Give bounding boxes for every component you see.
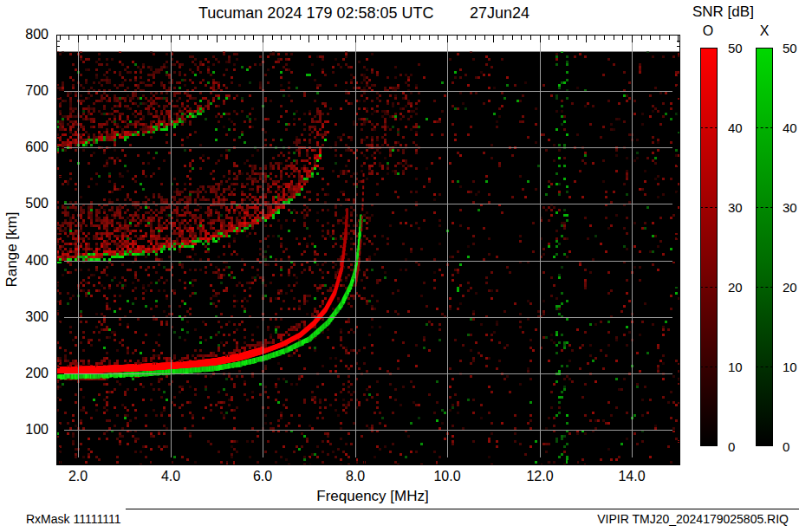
y-tick-label: 400 bbox=[14, 253, 49, 269]
colorbar-tick-dash bbox=[756, 287, 773, 288]
colorbar-tick-label: 0 bbox=[783, 439, 799, 454]
colorbar-tick-label: 40 bbox=[783, 120, 799, 135]
colorbar-tick-label: 30 bbox=[728, 200, 754, 215]
x-tick-label: 4.0 bbox=[152, 469, 190, 484]
colorbar-o-label: O bbox=[703, 23, 713, 39]
plot-title: Tucuman 2024 179 02:58:05 UTC bbox=[198, 4, 434, 23]
x-tick-label: 12.0 bbox=[521, 469, 559, 484]
ionogram-figure: Tucuman 2024 179 02:58:05 UTC 27Jun24 Ra… bbox=[0, 0, 799, 532]
y-tick-label: 700 bbox=[14, 83, 49, 99]
colorbar-tick-label: 10 bbox=[783, 360, 799, 374]
x-tick-label: 8.0 bbox=[336, 469, 374, 484]
colorbar-o-gradient bbox=[700, 48, 718, 446]
colorbar-tick-dash bbox=[700, 287, 718, 288]
ionogram-canvas bbox=[56, 35, 680, 465]
colorbar-tick-label: 20 bbox=[728, 280, 754, 295]
y-tick-label: 100 bbox=[14, 422, 49, 438]
colorbar-tick-dash bbox=[700, 127, 718, 128]
x-tick-label: 2.0 bbox=[59, 469, 97, 484]
y-tick-label: 500 bbox=[14, 196, 49, 211]
rxmask-label: RxMask 11111111 bbox=[26, 512, 120, 526]
y-axis-label: Range [km] bbox=[3, 212, 21, 288]
colorbar-title: SNR [dB] bbox=[692, 3, 754, 21]
y-tick-label: 800 bbox=[14, 27, 49, 42]
colorbar-tick-label: 0 bbox=[728, 439, 754, 454]
colorbar-tick-dash bbox=[700, 207, 718, 208]
x-tick-label: 6.0 bbox=[244, 469, 282, 484]
data-file-label: VIPIR TMJ20_2024179025805.RIQ bbox=[494, 512, 789, 526]
x-tick-label: 10.0 bbox=[428, 469, 466, 484]
colorbar-tick-label: 40 bbox=[728, 120, 754, 135]
colorbar-tick-dash bbox=[700, 367, 718, 367]
colorbar-tick-label: 30 bbox=[783, 200, 799, 215]
colorbar-tick-dash bbox=[756, 207, 773, 208]
y-tick-label: 300 bbox=[14, 309, 49, 325]
colorbar-tick-dash bbox=[756, 127, 773, 128]
colorbar-tick-dash bbox=[756, 367, 773, 367]
colorbar-tick-label: 50 bbox=[783, 41, 799, 55]
colorbar-tick-label: 20 bbox=[783, 280, 799, 295]
y-tick-label: 600 bbox=[14, 139, 49, 155]
x-axis-label: Frequency [MHz] bbox=[316, 488, 428, 505]
x-tick-label: 14.0 bbox=[613, 469, 651, 484]
plot-date: 27Jun24 bbox=[470, 4, 529, 23]
colorbar-x-gradient bbox=[756, 48, 773, 446]
colorbar-tick-label: 50 bbox=[728, 41, 754, 55]
footer-divider bbox=[126, 509, 799, 509]
colorbar-x-label: X bbox=[760, 23, 770, 39]
colorbar-tick-label: 10 bbox=[728, 360, 754, 374]
y-tick-label: 200 bbox=[14, 366, 49, 381]
